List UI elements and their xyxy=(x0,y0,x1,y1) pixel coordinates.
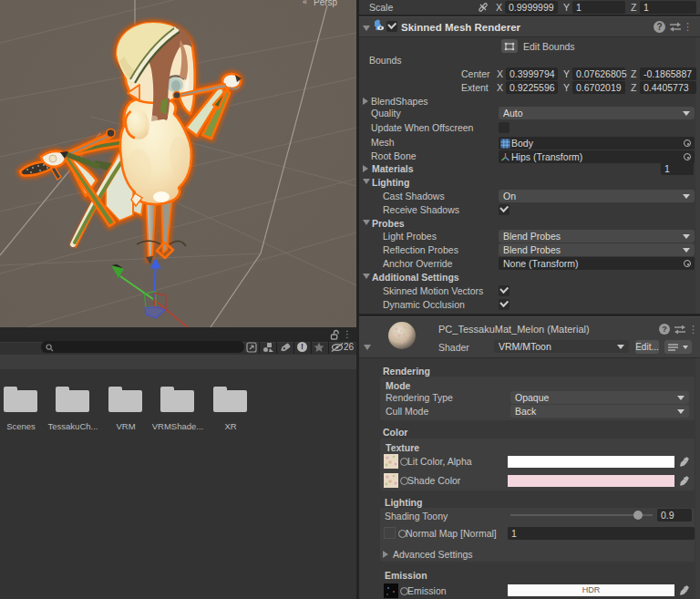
svg-text:«: « xyxy=(303,0,307,6)
svg-text:Persp: Persp xyxy=(314,0,338,7)
